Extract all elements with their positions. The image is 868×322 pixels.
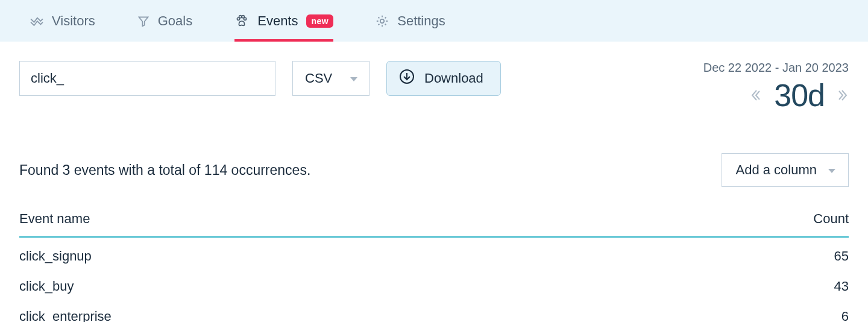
tab-label: Events — [257, 13, 298, 29]
prev-period-button[interactable] — [750, 88, 761, 103]
column-header-name[interactable]: Event name — [19, 211, 90, 227]
tab-label: Settings — [397, 13, 445, 29]
event-count: 6 — [841, 309, 849, 322]
export-format-select[interactable]: CSV — [292, 61, 370, 96]
column-header-count[interactable]: Count — [813, 211, 849, 227]
event-count: 65 — [834, 248, 849, 264]
svg-point-2 — [239, 15, 242, 17]
next-period-button[interactable] — [838, 88, 849, 103]
funnel-icon — [137, 15, 149, 27]
event-count: 43 — [834, 279, 849, 294]
download-icon — [399, 69, 415, 88]
search-input[interactable] — [19, 61, 275, 96]
summary-text: Found 3 events with a total of 114 occur… — [19, 162, 310, 178]
download-label: Download — [424, 71, 483, 86]
event-name: click_signup — [19, 248, 92, 264]
tab-label: Goals — [158, 13, 192, 29]
new-badge: new — [306, 14, 333, 28]
gear-icon — [376, 14, 389, 28]
event-name: click_enterprise — [19, 309, 112, 322]
date-range-text: Dec 22 2022 - Jan 20 2023 — [703, 61, 849, 75]
date-range: Dec 22 2022 - Jan 20 2023 30d — [703, 61, 849, 111]
tab-settings[interactable]: Settings — [376, 0, 445, 42]
table-row[interactable]: click_buy 43 — [19, 268, 849, 298]
svg-point-4 — [380, 19, 384, 22]
tab-label: Visitors — [52, 13, 95, 29]
chart-line-icon — [30, 16, 43, 27]
chevron-down-icon — [828, 162, 836, 178]
paw-icon — [234, 14, 249, 28]
add-column-label: Add a column — [735, 162, 817, 178]
table-row[interactable]: click_enterprise 6 — [19, 298, 849, 322]
tab-goals[interactable]: Goals — [137, 0, 192, 42]
period-label[interactable]: 30d — [774, 80, 825, 111]
events-table: Event name Count click_signup 65 click_b… — [19, 211, 849, 322]
svg-point-3 — [242, 15, 244, 17]
table-row[interactable]: click_signup 65 — [19, 238, 849, 268]
add-column-button[interactable]: Add a column — [722, 153, 849, 187]
tab-events[interactable]: Events new — [234, 0, 333, 42]
tabs-bar: Visitors Goals Events new — [0, 0, 868, 42]
chevron-down-icon — [350, 71, 358, 86]
toolbar: CSV Download Dec 22 2022 - Jan 20 2023 — [19, 61, 849, 111]
export-format-value: CSV — [305, 71, 332, 86]
download-button[interactable]: Download — [386, 61, 501, 96]
tab-visitors[interactable]: Visitors — [30, 0, 95, 42]
event-name: click_buy — [19, 279, 74, 294]
